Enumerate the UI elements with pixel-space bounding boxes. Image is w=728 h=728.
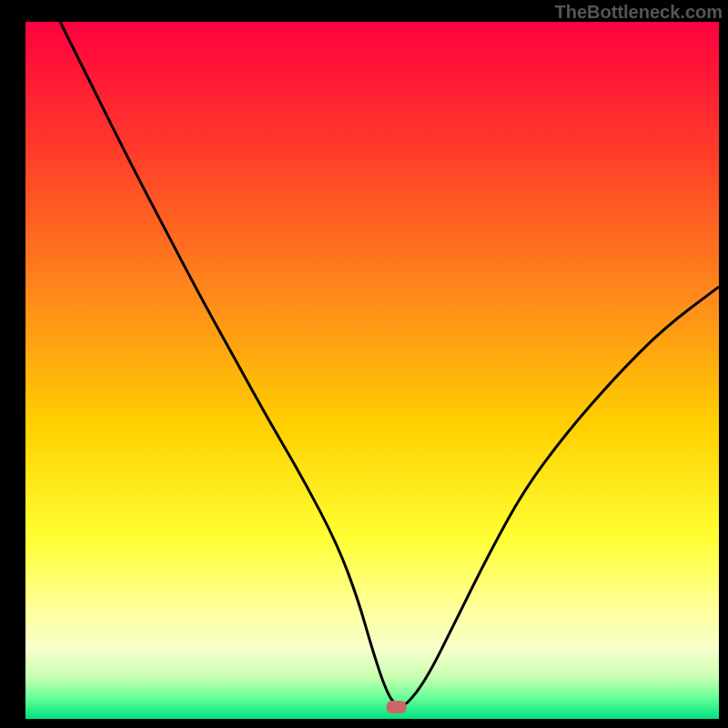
- bottleneck-chart: [0, 0, 728, 728]
- chart-container: TheBottleneck.com: [0, 0, 728, 728]
- watermark-text: TheBottleneck.com: [555, 2, 723, 23]
- marker-point: [387, 701, 407, 713]
- plot-background: [25, 22, 719, 719]
